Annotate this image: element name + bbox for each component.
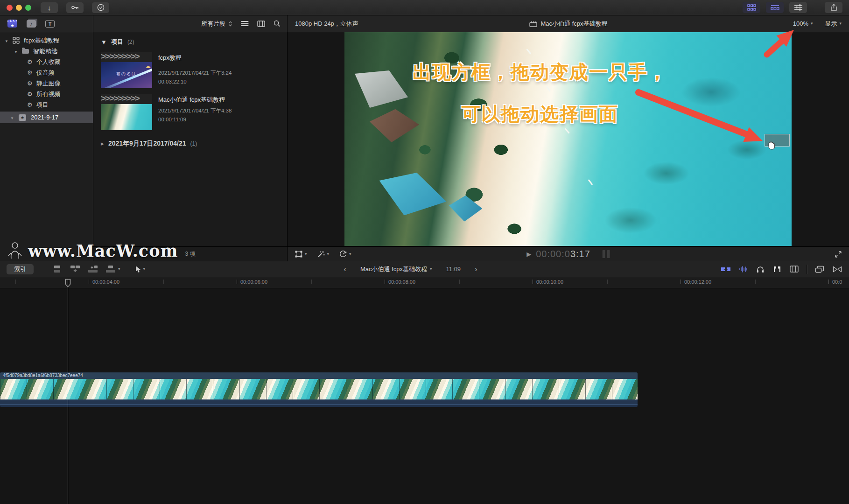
audio-skimming-icon[interactable] (739, 266, 748, 273)
viewer-project-title-text: Mac小伯通 fcpx基础教程 (540, 20, 607, 28)
viewer-timecode: 00:00:03:17 (536, 249, 590, 259)
titlebar (0, 0, 849, 15)
snapping-icon[interactable] (772, 266, 782, 273)
view-options-dropdown[interactable]: 显示 (825, 20, 842, 28)
gear-icon (27, 101, 33, 108)
browser-collapsed-group[interactable]: 2021年9月17日2017/04/21 (1) (101, 140, 287, 148)
crop-drag-box[interactable] (765, 134, 790, 147)
browser-group-header[interactable]: 项目 (2) (93, 32, 287, 46)
sidebar-item-favorites[interactable]: 个人收藏 (0, 56, 93, 67)
disclosure-triangle-icon[interactable] (5, 37, 8, 44)
library-grid-icon (13, 37, 20, 44)
clapperboard-library-icon[interactable] (7, 20, 17, 28)
clip-filter-dropdown[interactable]: 所有片段 (201, 20, 232, 28)
background-tasks-button[interactable] (92, 2, 109, 13)
solo-headphones-icon[interactable] (756, 266, 765, 273)
browser-clip-fcpx[interactable]: >>>>>>>>> 君の名は fcpx教程 2021/9/172017/04/2… (101, 52, 287, 88)
sidebar-item-event-selected[interactable]: 2021-9-17 (0, 112, 93, 123)
timeline-clip-dropdown[interactable]: Mac小伯通 fcpx基础教程 (360, 265, 432, 273)
clip-appearance-icon[interactable] (790, 266, 799, 273)
key-icon (71, 5, 79, 10)
timeline-clip-duration: 11:09 (446, 266, 461, 273)
share-button[interactable] (825, 2, 842, 13)
sidebar-item-library[interactable]: fcpx基础教程 (0, 35, 93, 46)
ruler-tick-label: 00:00:10:00 (536, 279, 563, 285)
timeline-ruler[interactable]: 00:00:04:00 00:00:06:00 00:00:08:00 00:0… (0, 277, 849, 288)
bowtie-transitions-icon[interactable] (832, 266, 842, 273)
timeline-history-icon[interactable] (815, 266, 824, 273)
play-button[interactable] (526, 251, 531, 258)
minimize-button[interactable] (16, 5, 22, 11)
disclosure-triangle-icon[interactable] (101, 39, 107, 46)
timeline-clip-audio-waveform (0, 399, 638, 407)
thumbnail-title-text: 君の名は (116, 71, 137, 77)
show-timeline-button[interactable] (766, 2, 784, 13)
browser-clip-macxiaobaitong[interactable]: >>>>>>>>> Mac小伯通 fcpx基础教程 2021/9/172017/… (101, 94, 287, 130)
retime-dropdown[interactable] (339, 251, 351, 258)
gear-icon (27, 91, 33, 98)
gear-icon (27, 69, 33, 76)
item-count-status: 3 项 (185, 250, 195, 258)
disclosure-triangle-icon[interactable] (10, 114, 14, 121)
disclosure-triangle-icon[interactable] (14, 48, 18, 55)
index-button[interactable]: 索引 (7, 264, 34, 274)
show-browser-button[interactable] (743, 2, 760, 13)
timecode-dim: 00:00:0 (536, 249, 570, 259)
timeline-clip[interactable]: 4f5d079a3bd8e1a6f6b8733bec7eee74 (0, 372, 638, 407)
gear-icon (27, 80, 33, 87)
clip-thumbnail-image (101, 104, 152, 130)
tool-select-dropdown[interactable] (134, 266, 146, 273)
playhead-line[interactable] (68, 279, 68, 504)
browser-toolbar: 所有片段 (93, 15, 288, 32)
audio-meters[interactable] (603, 250, 610, 258)
connect-edit-icon[interactable] (52, 265, 63, 273)
sidebar-item-smart-collections[interactable]: 智能精选 (0, 46, 93, 56)
clip-duration: 00:00:11:09 (158, 117, 243, 122)
ruler-tick-label: 00:0 (832, 279, 842, 285)
clip-thumbnail[interactable]: >>>>>>>>> (101, 94, 152, 130)
enhancements-dropdown[interactable] (317, 251, 330, 258)
clip-filter-label: 所有片段 (201, 20, 225, 28)
smart-collection-group-name: 智能精选 (33, 47, 57, 56)
fullscreen-button[interactable] (835, 251, 842, 258)
filmstrip-view-icon[interactable] (257, 21, 265, 27)
sidebar-item-stills[interactable]: 静止图像 (0, 78, 93, 89)
clip-thumbnail[interactable]: >>>>>>>>> 君の名は (101, 52, 152, 88)
overwrite-edit-icon[interactable] (105, 265, 116, 273)
sidebar-item-audio-only[interactable]: 仅音频 (0, 67, 93, 78)
viewer-panel: 出现方框，拖动变成一只手， 可以拖动选择画面 (288, 32, 849, 261)
timeline-area[interactable]: 4f5d079a3bd8e1a6f6b8733bec7eee74 (0, 288, 849, 504)
previous-clip-button[interactable]: ‹ (344, 265, 346, 273)
append-edit-icon[interactable] (88, 265, 98, 273)
event-star-icon (19, 114, 26, 121)
ruler-tick: 00:0 (828, 279, 842, 285)
import-media-button[interactable] (41, 2, 58, 13)
zoom-button[interactable] (25, 5, 31, 11)
sidebar-item-all-video[interactable]: 所有视频 (0, 89, 93, 99)
project-chevrons-icon: >>>>>>>>> (101, 52, 152, 62)
download-icon (48, 4, 51, 12)
view-options-label: 显示 (825, 20, 837, 28)
sidebar-item-projects[interactable]: 项目 (0, 99, 93, 110)
ruler-tick: 00:00:10:00 (533, 279, 563, 285)
show-inspector-button[interactable] (789, 2, 807, 13)
keyword-editor-button[interactable] (66, 2, 84, 13)
trim-tool-icon[interactable] (721, 266, 731, 273)
group-count: (2) (127, 39, 134, 45)
transform-tool-dropdown[interactable] (295, 251, 307, 258)
video-canvas[interactable]: 出现方框，拖动变成一只手， 可以拖动选择画面 (344, 32, 792, 246)
next-clip-button[interactable]: › (475, 265, 477, 273)
ruler-tick-label: 00:00:04:00 (92, 279, 119, 285)
traffic-lights (7, 5, 31, 11)
list-view-icon[interactable] (241, 21, 249, 27)
titles-generators-icon[interactable] (45, 20, 55, 28)
disclosure-triangle-icon[interactable] (101, 141, 104, 146)
search-icon[interactable] (274, 20, 281, 27)
clip-thumbnail-image: 君の名は (101, 62, 152, 88)
insert-edit-icon[interactable] (70, 265, 80, 273)
hand-cursor-icon (767, 141, 775, 150)
zoom-level-dropdown[interactable]: 100% (793, 20, 813, 27)
close-button[interactable] (7, 5, 13, 11)
ruler-tick-label: 00:00:06:00 (240, 279, 267, 285)
photos-audio-icon[interactable] (27, 20, 36, 28)
